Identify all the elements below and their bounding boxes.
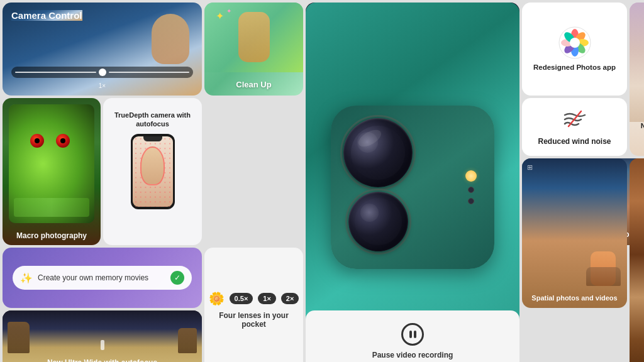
portrait-bg [630, 3, 644, 122]
cleanup-title: Clean Up [236, 80, 271, 89]
wind-noise-icon [562, 109, 587, 134]
control-line-left [15, 72, 96, 73]
memory-confirm-button[interactable]: ✓ [170, 271, 184, 285]
card-memory: ✨ Create your own memory movies ✓ [3, 248, 202, 308]
ultrawide-title: New Ultra Wide with autofocus [9, 358, 196, 362]
spatial-small-vr-icon: ⊞ [527, 163, 533, 172]
truedepth-title: TrueDepth camera with autofocus [103, 104, 202, 129]
truedepth-screen [133, 136, 173, 207]
card-wind-noise: Reduced wind noise [522, 98, 627, 156]
flash-dot [465, 170, 477, 182]
lens-badge-2x: 2× [281, 293, 299, 304]
ultrawide-bg [3, 310, 202, 362]
card-macro: Macro photography [3, 98, 101, 245]
main-grid: Camera Control 1× ✦ ✦ Clean Up 🔍 Natural… [0, 0, 644, 362]
wind-icon-svg [562, 109, 587, 129]
card-ultrawide: New Ultra Wide with autofocus [3, 310, 202, 362]
card-four-lenses: 🌼 0.5× 1× 2× Four lenses in your pocket [204, 248, 303, 362]
pause-video-title: Pause video recording [372, 351, 453, 359]
lens-secondary-inner [355, 198, 402, 245]
spatial-rock [586, 267, 621, 286]
lens-badge-1x: 1× [258, 293, 276, 304]
macro-frog-image [9, 104, 94, 223]
lens-badge-05x: 0.5× [230, 293, 253, 304]
sensor-dot-1 [468, 187, 474, 193]
lens-main [343, 118, 413, 187]
card-48mp: 48MP Fusion camera with 2x Telephoto [630, 158, 644, 362]
memory-input-bar[interactable]: ✨ Create your own memory movies ✓ [13, 266, 192, 290]
48mp-title: 48MP Fusion camera [636, 285, 644, 343]
portraits-title: Next-generation portraits with Focus and… [635, 121, 644, 150]
sensor-dot-2 [468, 198, 474, 204]
spatial-small-title: Spatial photos and videos [527, 294, 622, 302]
four-lenses-title: Four lenses in your pocket [204, 311, 303, 329]
control-dot [99, 69, 106, 76]
face-outline [140, 146, 164, 185]
camera-control-title: Camera Control [11, 10, 82, 21]
rock-right [178, 328, 197, 353]
camera-control-bar [11, 67, 193, 78]
truedepth-phone-mockup [131, 134, 175, 209]
phone-notch [143, 136, 162, 141]
48mp-text-group: 48MP Fusion camera with 2x Telephoto [630, 285, 644, 362]
control-line-right [109, 72, 190, 73]
memory-input-text: Create your own memory movies [38, 273, 165, 282]
card-pause-video: Pause video recording [306, 310, 519, 362]
photos-app-title: Redesigned Photos app [528, 63, 621, 72]
frog-eye-right [56, 134, 70, 148]
card-truedepth: TrueDepth camera with autofocus [103, 98, 202, 245]
person-silhouette [238, 12, 270, 62]
card-camera-control: Camera Control 1× [3, 3, 202, 96]
card-portraits: Next-generation portraits with Focus and… [630, 3, 644, 156]
ultrawide-person [101, 340, 104, 350]
leaf-detail [14, 198, 89, 217]
zoom-label: 1× [99, 82, 106, 89]
macro-title: Macro photography [9, 231, 94, 240]
card-spatial-small: ⊞ Spatial photos and videos [522, 158, 627, 308]
sparkle-icon-2: ✦ [226, 8, 231, 14]
lens-secondary [348, 192, 408, 251]
card-main-camera [306, 3, 519, 362]
photos-app-icon [558, 26, 591, 59]
camera-lens-group [331, 106, 494, 269]
flash-sensor-group [465, 170, 477, 204]
photos-icon-svg [558, 26, 591, 59]
rock-left [8, 322, 30, 353]
wind-noise-title: Reduced wind noise [538, 137, 611, 146]
finger-illustration [152, 14, 189, 64]
pause-bar-left [409, 331, 412, 338]
memory-sparkle-icon: ✨ [20, 272, 33, 284]
sparkle-icon: ✦ [216, 10, 224, 22]
frog-pupil-right [60, 138, 65, 143]
card-cleanup: ✦ ✦ Clean Up [204, 3, 303, 96]
pause-button-icon [401, 323, 424, 346]
frog-pupil-left [35, 138, 40, 143]
card-photos-app: Redesigned Photos app [522, 3, 627, 96]
camera-bump [331, 106, 494, 269]
lenses-row: 🌼 0.5× 1× 2× [209, 291, 299, 306]
flower-icon: 🌼 [209, 291, 225, 306]
pause-bar-right [414, 331, 416, 338]
svg-point-9 [570, 38, 580, 48]
